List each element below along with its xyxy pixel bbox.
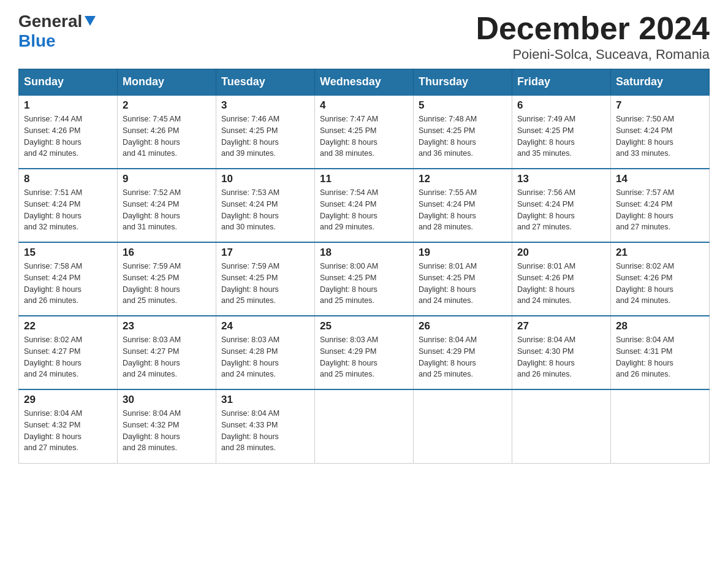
day-number: 24: [221, 320, 309, 332]
weekday-header-monday: Monday: [118, 69, 216, 96]
month-title: December 2024: [476, 12, 710, 44]
day-cell-23: 23Sunrise: 8:03 AMSunset: 4:27 PMDayligh…: [118, 316, 216, 389]
weekday-header-row: SundayMondayTuesdayWednesdayThursdayFrid…: [19, 69, 710, 96]
logo-text-general: General: [18, 12, 82, 31]
day-cell-27: 27Sunrise: 8:04 AMSunset: 4:30 PMDayligh…: [512, 316, 611, 389]
empty-cell: [611, 389, 710, 463]
day-cell-1: 1Sunrise: 7:44 AMSunset: 4:26 PMDaylight…: [19, 95, 118, 169]
weekday-header-sunday: Sunday: [19, 69, 118, 96]
day-info: Sunrise: 7:47 AMSunset: 4:25 PMDaylight:…: [320, 113, 408, 159]
day-cell-29: 29Sunrise: 8:04 AMSunset: 4:32 PMDayligh…: [19, 389, 118, 463]
day-number: 4: [320, 99, 408, 112]
day-number: 17: [221, 247, 309, 259]
logo-arrow-icon: [83, 13, 97, 27]
day-info: Sunrise: 8:00 AMSunset: 4:25 PMDaylight:…: [320, 261, 408, 307]
day-info: Sunrise: 7:53 AMSunset: 4:24 PMDaylight:…: [221, 187, 309, 233]
day-info: Sunrise: 7:54 AMSunset: 4:24 PMDaylight:…: [320, 187, 408, 233]
day-cell-9: 9Sunrise: 7:52 AMSunset: 4:24 PMDaylight…: [118, 169, 216, 242]
location-subtitle: Poieni-Solca, Suceava, Romania: [476, 47, 710, 63]
day-cell-11: 11Sunrise: 7:54 AMSunset: 4:24 PMDayligh…: [315, 169, 414, 242]
empty-cell: [414, 389, 512, 463]
weekday-header-friday: Friday: [512, 69, 611, 96]
day-info: Sunrise: 8:03 AMSunset: 4:28 PMDaylight:…: [221, 334, 309, 380]
day-number: 9: [123, 173, 211, 185]
day-cell-2: 2Sunrise: 7:45 AMSunset: 4:26 PMDaylight…: [118, 95, 216, 169]
day-number: 13: [517, 173, 605, 185]
title-block: December 2024 Poieni-Solca, Suceava, Rom…: [476, 12, 710, 63]
day-number: 5: [419, 99, 507, 112]
day-number: 8: [24, 173, 112, 185]
week-row-2: 8Sunrise: 7:51 AMSunset: 4:24 PMDaylight…: [19, 169, 710, 242]
page-header: General Blue December 2024 Poieni-Solca,…: [18, 12, 710, 63]
day-number: 26: [419, 320, 507, 332]
day-number: 3: [221, 99, 309, 112]
logo-text-blue: Blue: [18, 31, 56, 51]
day-number: 31: [221, 394, 309, 406]
day-info: Sunrise: 7:44 AMSunset: 4:26 PMDaylight:…: [24, 113, 112, 159]
day-info: Sunrise: 7:45 AMSunset: 4:26 PMDaylight:…: [123, 113, 211, 159]
day-cell-13: 13Sunrise: 7:56 AMSunset: 4:24 PMDayligh…: [512, 169, 611, 242]
day-info: Sunrise: 7:52 AMSunset: 4:24 PMDaylight:…: [123, 187, 211, 233]
day-number: 10: [221, 173, 309, 185]
day-cell-8: 8Sunrise: 7:51 AMSunset: 4:24 PMDaylight…: [19, 169, 118, 242]
week-row-4: 22Sunrise: 8:02 AMSunset: 4:27 PMDayligh…: [19, 316, 710, 389]
day-number: 1: [24, 99, 112, 112]
day-info: Sunrise: 7:57 AMSunset: 4:24 PMDaylight:…: [616, 187, 704, 233]
day-info: Sunrise: 7:59 AMSunset: 4:25 PMDaylight:…: [123, 261, 211, 307]
day-number: 14: [616, 173, 704, 185]
week-row-3: 15Sunrise: 7:58 AMSunset: 4:24 PMDayligh…: [19, 242, 710, 316]
day-info: Sunrise: 7:55 AMSunset: 4:24 PMDaylight:…: [419, 187, 507, 233]
day-number: 30: [123, 394, 211, 406]
day-number: 7: [616, 99, 704, 112]
day-info: Sunrise: 8:04 AMSunset: 4:33 PMDaylight:…: [221, 408, 309, 454]
day-info: Sunrise: 8:04 AMSunset: 4:30 PMDaylight:…: [517, 334, 605, 380]
day-cell-31: 31Sunrise: 8:04 AMSunset: 4:33 PMDayligh…: [216, 389, 315, 463]
svg-marker-0: [85, 16, 96, 26]
week-row-5: 29Sunrise: 8:04 AMSunset: 4:32 PMDayligh…: [19, 389, 710, 463]
logo: General Blue: [18, 12, 97, 51]
day-cell-10: 10Sunrise: 7:53 AMSunset: 4:24 PMDayligh…: [216, 169, 315, 242]
day-cell-16: 16Sunrise: 7:59 AMSunset: 4:25 PMDayligh…: [118, 242, 216, 316]
day-info: Sunrise: 7:49 AMSunset: 4:25 PMDaylight:…: [517, 113, 605, 159]
day-cell-24: 24Sunrise: 8:03 AMSunset: 4:28 PMDayligh…: [216, 316, 315, 389]
day-number: 25: [320, 320, 408, 332]
day-number: 15: [24, 247, 112, 259]
day-number: 12: [419, 173, 507, 185]
weekday-header-wednesday: Wednesday: [315, 69, 414, 96]
weekday-header-tuesday: Tuesday: [216, 69, 315, 96]
day-cell-26: 26Sunrise: 8:04 AMSunset: 4:29 PMDayligh…: [414, 316, 512, 389]
day-info: Sunrise: 7:50 AMSunset: 4:24 PMDaylight:…: [616, 113, 704, 159]
day-number: 27: [517, 320, 605, 332]
day-number: 19: [419, 247, 507, 259]
day-cell-14: 14Sunrise: 7:57 AMSunset: 4:24 PMDayligh…: [611, 169, 710, 242]
day-info: Sunrise: 7:48 AMSunset: 4:25 PMDaylight:…: [419, 113, 507, 159]
day-cell-17: 17Sunrise: 7:59 AMSunset: 4:25 PMDayligh…: [216, 242, 315, 316]
day-number: 29: [24, 394, 112, 406]
day-info: Sunrise: 8:03 AMSunset: 4:27 PMDaylight:…: [123, 334, 211, 380]
day-info: Sunrise: 8:02 AMSunset: 4:26 PMDaylight:…: [616, 261, 704, 307]
day-cell-15: 15Sunrise: 7:58 AMSunset: 4:24 PMDayligh…: [19, 242, 118, 316]
day-cell-28: 28Sunrise: 8:04 AMSunset: 4:31 PMDayligh…: [611, 316, 710, 389]
day-cell-22: 22Sunrise: 8:02 AMSunset: 4:27 PMDayligh…: [19, 316, 118, 389]
day-cell-30: 30Sunrise: 8:04 AMSunset: 4:32 PMDayligh…: [118, 389, 216, 463]
day-info: Sunrise: 8:04 AMSunset: 4:32 PMDaylight:…: [123, 408, 211, 454]
day-info: Sunrise: 7:56 AMSunset: 4:24 PMDaylight:…: [517, 187, 605, 233]
day-cell-20: 20Sunrise: 8:01 AMSunset: 4:26 PMDayligh…: [512, 242, 611, 316]
day-cell-21: 21Sunrise: 8:02 AMSunset: 4:26 PMDayligh…: [611, 242, 710, 316]
day-number: 28: [616, 320, 704, 332]
day-cell-3: 3Sunrise: 7:46 AMSunset: 4:25 PMDaylight…: [216, 95, 315, 169]
day-info: Sunrise: 8:01 AMSunset: 4:25 PMDaylight:…: [419, 261, 507, 307]
day-info: Sunrise: 8:01 AMSunset: 4:26 PMDaylight:…: [517, 261, 605, 307]
calendar-table: SundayMondayTuesdayWednesdayThursdayFrid…: [18, 69, 710, 464]
day-cell-7: 7Sunrise: 7:50 AMSunset: 4:24 PMDaylight…: [611, 95, 710, 169]
day-number: 21: [616, 247, 704, 259]
day-info: Sunrise: 8:03 AMSunset: 4:29 PMDaylight:…: [320, 334, 408, 380]
day-number: 2: [123, 99, 211, 112]
empty-cell: [315, 389, 414, 463]
day-cell-5: 5Sunrise: 7:48 AMSunset: 4:25 PMDaylight…: [414, 95, 512, 169]
weekday-header-thursday: Thursday: [414, 69, 512, 96]
day-cell-4: 4Sunrise: 7:47 AMSunset: 4:25 PMDaylight…: [315, 95, 414, 169]
day-info: Sunrise: 7:58 AMSunset: 4:24 PMDaylight:…: [24, 261, 112, 307]
day-info: Sunrise: 7:46 AMSunset: 4:25 PMDaylight:…: [221, 113, 309, 159]
day-info: Sunrise: 7:51 AMSunset: 4:24 PMDaylight:…: [24, 187, 112, 233]
